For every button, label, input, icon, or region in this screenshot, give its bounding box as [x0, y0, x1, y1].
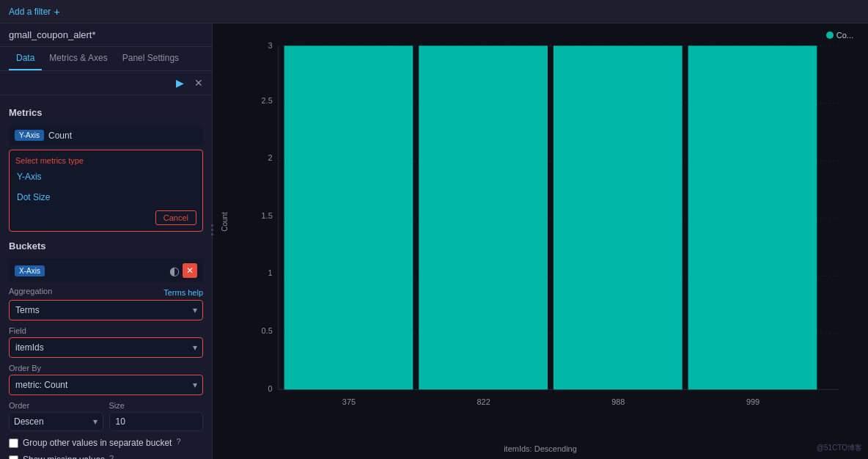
svg-text:0.5: 0.5	[262, 326, 273, 335]
group-other-help-icon[interactable]: ?	[176, 437, 180, 446]
aggregation-field-row: Aggregation Terms help Terms Date Histog…	[9, 287, 203, 320]
cancel-button[interactable]: Cancel	[155, 210, 196, 225]
orderby-select[interactable]: metric: Count Alphabetical	[9, 375, 203, 395]
tab-panel-settings[interactable]: Panel Settings	[115, 47, 186, 70]
chart-container: Co... Count 3 2.5 2	[213, 23, 868, 441]
size-input[interactable]	[109, 412, 204, 431]
plus-icon: +	[54, 6, 59, 18]
group-other-label: Group other values in separate bucket	[23, 437, 172, 449]
metric-item-yaxis[interactable]: Y-Axis Count	[9, 125, 203, 145]
orderby-field-row: Order By metric: Count Alphabetical	[9, 364, 203, 395]
svg-text:1: 1	[268, 268, 273, 277]
bar-375	[284, 45, 413, 389]
aggregation-label: Aggregation	[9, 287, 52, 295]
yaxis-badge[interactable]: Y-Axis	[15, 130, 44, 141]
metrics-option-yaxis[interactable]: Y-Axis	[10, 166, 202, 187]
svg-text:3: 3	[268, 41, 273, 50]
add-filter-button[interactable]: Add a filter +	[9, 6, 60, 18]
order-select-wrapper: Descen Ascen	[9, 412, 103, 431]
order-label: Order	[9, 401, 103, 410]
tab-metrics-axes[interactable]: Metrics & Axes	[42, 47, 114, 70]
show-missing-label: Show missing values	[23, 454, 105, 459]
field-label: Field	[9, 326, 203, 335]
show-missing-checkbox[interactable]	[9, 455, 18, 459]
close-button[interactable]: ✕	[191, 76, 206, 90]
x-axis-label: itemIds: Descending	[213, 441, 868, 459]
svg-text:0: 0	[268, 384, 273, 393]
field-select-wrapper: itemIds _id _index _score	[9, 337, 203, 358]
svg-text:375: 375	[342, 397, 356, 405]
panel-content: Metrics Y-Axis Count Select metrics type…	[0, 95, 212, 459]
index-pattern-name: gmall_coupon_alert*	[9, 29, 96, 40]
tabs-bar: Data Metrics & Axes Panel Settings	[0, 47, 212, 71]
run-button[interactable]: ▶	[173, 76, 187, 90]
metrics-section-header: Metrics	[9, 107, 203, 118]
bar-999	[688, 45, 817, 389]
buckets-section-header: Buckets	[9, 240, 203, 251]
delete-xaxis-button[interactable]: ✕	[183, 263, 197, 278]
bar-822	[419, 45, 548, 389]
svg-text:988: 988	[611, 397, 625, 405]
legend-dot	[826, 32, 834, 39]
field-select[interactable]: itemIds _id _index _score	[9, 337, 203, 358]
chart-svg: 3 2.5 2 1.5 1 0.5 0	[242, 31, 853, 419]
chart-legend: Co...	[826, 31, 853, 40]
y-axis-label: Count	[221, 212, 229, 232]
panel-controls: ▶ ✕	[0, 71, 212, 95]
metrics-option-dotsize[interactable]: Dot Size	[10, 187, 202, 208]
legend-label: Co...	[836, 31, 853, 40]
svg-text:1.5: 1.5	[262, 211, 273, 220]
svg-text:999: 999	[746, 397, 760, 405]
orderby-label: Order By	[9, 364, 203, 372]
svg-text:822: 822	[477, 397, 490, 405]
order-select[interactable]: Descen Ascen	[9, 412, 103, 431]
group-other-checkbox[interactable]	[9, 438, 18, 448]
svg-text:2: 2	[268, 153, 273, 162]
terms-help-link[interactable]: Terms help	[163, 288, 203, 297]
toggle-icon[interactable]: ◐	[169, 264, 180, 278]
xaxis-badge[interactable]: X-Axis	[15, 265, 45, 276]
svg-text:2.5: 2.5	[262, 96, 273, 105]
bar-988	[553, 45, 683, 389]
aggregation-select-wrapper: Terms Date Histogram Histogram Range Fil…	[9, 300, 203, 320]
add-filter-label: Add a filter	[9, 7, 51, 17]
select-metrics-type-label: Select metrics type	[10, 153, 202, 166]
chart-area: Co... Count 3 2.5 2	[213, 23, 868, 459]
drag-handle[interactable]	[209, 215, 215, 244]
show-missing-help-icon[interactable]: ?	[109, 454, 114, 459]
field-row: Field itemIds _id _index _score	[9, 326, 203, 358]
buckets-section: Buckets X-Axis ◐ ✕ Aggregation Terms h	[9, 240, 203, 459]
index-pattern: gmall_coupon_alert*	[0, 23, 212, 47]
source-label: @51CTO博客	[817, 443, 862, 453]
metric-count-label: Count	[48, 131, 72, 141]
order-size-row: Order Descen Ascen Size	[9, 401, 203, 431]
top-bar: Add a filter +	[0, 0, 868, 23]
tab-data[interactable]: Data	[9, 47, 42, 70]
main-container: gmall_coupon_alert* Data Metrics & Axes …	[0, 23, 868, 459]
size-label: Size	[109, 401, 204, 410]
xaxis-row: X-Axis ◐ ✕	[9, 259, 203, 282]
aggregation-select[interactable]: Terms Date Histogram Histogram Range Fil…	[9, 300, 203, 320]
group-other-checkbox-row: Group other values in separate bucket ?	[9, 437, 203, 449]
left-panel: gmall_coupon_alert* Data Metrics & Axes …	[0, 23, 213, 459]
select-metrics-type-overlay: Select metrics type Y-Axis Dot Size Canc…	[9, 150, 203, 232]
show-missing-checkbox-row: Show missing values ?	[9, 454, 203, 459]
orderby-select-wrapper: metric: Count Alphabetical	[9, 375, 203, 395]
